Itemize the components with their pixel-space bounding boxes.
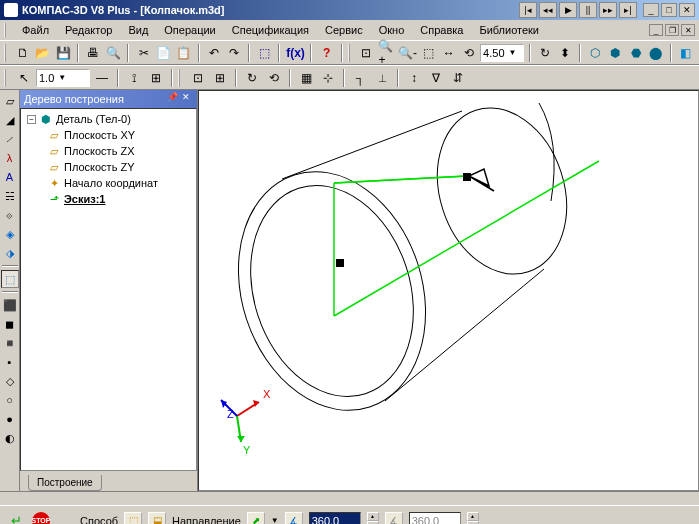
- vtool-7[interactable]: ⟐: [1, 206, 19, 224]
- redo-icon[interactable]: ↷: [225, 43, 243, 63]
- tree-item-xy[interactable]: ▱ Плоскость XY: [23, 127, 194, 143]
- angle1-input[interactable]: 360.0: [309, 512, 361, 525]
- vtool-4[interactable]: λ: [1, 149, 19, 167]
- scale-value-combo[interactable]: 4.50▼: [480, 44, 524, 62]
- sketch-icon[interactable]: ⬚: [255, 43, 273, 63]
- vtool-b6[interactable]: ○: [1, 391, 19, 409]
- stop-icon[interactable]: STOP: [32, 512, 50, 525]
- menubar-gripper[interactable]: [4, 23, 10, 37]
- new-icon[interactable]: 🗋: [14, 43, 32, 63]
- open-icon[interactable]: 📂: [34, 43, 52, 63]
- vtool-b3[interactable]: ◾: [1, 334, 19, 352]
- help-icon[interactable]: ?: [317, 43, 335, 63]
- snap2-icon[interactable]: ⊞: [210, 68, 230, 88]
- snap-icon[interactable]: ⊹: [318, 68, 338, 88]
- media-next[interactable]: ▸▸: [599, 2, 617, 18]
- preview-icon[interactable]: 🔍: [104, 43, 122, 63]
- menu-window[interactable]: Окно: [371, 22, 413, 38]
- tree-pin-icon[interactable]: 📌: [165, 92, 179, 106]
- mdi-close[interactable]: ✕: [681, 24, 695, 36]
- menu-file[interactable]: Файл: [14, 22, 57, 38]
- scale-combo[interactable]: 1.0▼: [36, 69, 90, 87]
- hidden-icon[interactable]: ⬢: [606, 43, 624, 63]
- menu-operations[interactable]: Операции: [156, 22, 223, 38]
- tree-item-sketch[interactable]: ⬏ Эскиз:1: [23, 191, 194, 207]
- tol-icon[interactable]: ∇: [426, 68, 446, 88]
- tree-item-zx[interactable]: ▱ Плоскость ZX: [23, 143, 194, 159]
- media-pause[interactable]: ||: [579, 2, 597, 18]
- vtool-b5[interactable]: ◇: [1, 372, 19, 390]
- mdi-restore[interactable]: ❐: [665, 24, 679, 36]
- tree-close-icon[interactable]: ✕: [179, 92, 193, 106]
- save-icon[interactable]: 💾: [54, 43, 72, 63]
- maximize-button[interactable]: □: [661, 3, 677, 17]
- shaded-icon[interactable]: ⬣: [627, 43, 645, 63]
- vtool-2[interactable]: ◢: [1, 111, 19, 129]
- toolbar1b-gripper[interactable]: [348, 44, 354, 62]
- toolbar2-gripper[interactable]: [4, 69, 10, 87]
- cursor-icon[interactable]: ↖: [14, 68, 34, 88]
- rotate-icon[interactable]: ↻: [536, 43, 554, 63]
- direction-icon[interactable]: ⬈: [247, 512, 265, 525]
- menu-help[interactable]: Справка: [412, 22, 471, 38]
- media-play[interactable]: ▶: [559, 2, 577, 18]
- method-1-icon[interactable]: ⬚: [124, 512, 142, 525]
- menu-service[interactable]: Сервис: [317, 22, 371, 38]
- vtool-b2[interactable]: ◼: [1, 315, 19, 333]
- angle-icon[interactable]: ∡: [285, 512, 303, 525]
- vtool-b7[interactable]: ●: [1, 410, 19, 428]
- menu-spec[interactable]: Спецификация: [224, 22, 317, 38]
- cut-icon[interactable]: ✂: [134, 43, 152, 63]
- toolbar1-gripper[interactable]: [4, 44, 10, 62]
- menu-libs[interactable]: Библиотеки: [471, 22, 547, 38]
- vtool-6[interactable]: ☵: [1, 187, 19, 205]
- linestyle-icon[interactable]: —: [92, 68, 112, 88]
- zoom-window-icon[interactable]: ⬚: [420, 43, 438, 63]
- zoom-fit-icon[interactable]: ⊡: [357, 43, 375, 63]
- tree-tab-build[interactable]: Построение: [28, 475, 102, 491]
- scrollbar-horizontal[interactable]: [0, 491, 699, 505]
- dim-icon[interactable]: ↕: [404, 68, 424, 88]
- copy-icon[interactable]: 📄: [155, 43, 173, 63]
- media-prev[interactable]: ◂◂: [539, 2, 557, 18]
- vtool-1[interactable]: ▱: [1, 92, 19, 110]
- param-icon[interactable]: ⊞: [146, 68, 166, 88]
- vtool-b4[interactable]: ▪: [1, 353, 19, 371]
- toolbar2b-gripper[interactable]: [178, 69, 184, 87]
- angle2-spinner[interactable]: ▴▾: [467, 512, 479, 525]
- vtool-b8[interactable]: ◐: [1, 429, 19, 447]
- zoom-out-icon[interactable]: 🔍-: [398, 43, 418, 63]
- minimize-button[interactable]: _: [643, 3, 659, 17]
- menu-editor[interactable]: Редактор: [57, 22, 120, 38]
- tree-twisty-icon[interactable]: −: [27, 115, 36, 124]
- wireframe-icon[interactable]: ⬡: [586, 43, 604, 63]
- vtool-extrude[interactable]: ⬚: [1, 270, 19, 288]
- angle1-spinner[interactable]: ▴▾: [367, 512, 379, 525]
- undo-icon[interactable]: ↶: [205, 43, 223, 63]
- arrows-icon[interactable]: ⇵: [448, 68, 468, 88]
- snap4-icon[interactable]: ⟲: [264, 68, 284, 88]
- snap1-icon[interactable]: ⊡: [188, 68, 208, 88]
- vtool-5[interactable]: A: [1, 168, 19, 186]
- method-2-icon[interactable]: ⬓: [148, 512, 166, 525]
- angle2-input[interactable]: 360.0: [409, 512, 461, 525]
- apply-icon[interactable]: ↵: [6, 511, 26, 525]
- shaded2-icon[interactable]: ⬤: [647, 43, 665, 63]
- grid-icon[interactable]: ▦: [296, 68, 316, 88]
- media-last[interactable]: ▸|: [619, 2, 637, 18]
- scale-prev-icon[interactable]: ⟲: [460, 43, 478, 63]
- perspective-icon[interactable]: ◧: [677, 43, 695, 63]
- vtool-9[interactable]: ⬗: [1, 244, 19, 262]
- vtool-8[interactable]: ◈: [1, 225, 19, 243]
- close-button[interactable]: ✕: [679, 3, 695, 17]
- mdi-minimize[interactable]: _: [649, 24, 663, 36]
- media-first[interactable]: |◂: [519, 2, 537, 18]
- zoom-in-icon[interactable]: 🔍+: [377, 43, 395, 63]
- vtool-3[interactable]: ⟋: [1, 130, 19, 148]
- variables-icon[interactable]: f(x): [285, 43, 305, 63]
- tree-item-zy[interactable]: ▱ Плоскость ZY: [23, 159, 194, 175]
- angle2-icon[interactable]: ∡: [385, 512, 403, 525]
- snap3-icon[interactable]: ↻: [242, 68, 262, 88]
- orient-icon[interactable]: ⬍: [556, 43, 574, 63]
- tree-item-origin[interactable]: ✦ Начало координат: [23, 175, 194, 191]
